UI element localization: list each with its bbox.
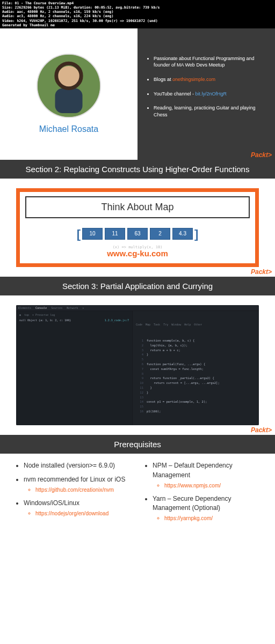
devtools-tab[interactable]: Elements bbox=[18, 306, 31, 309]
array-cell: 2 bbox=[150, 228, 170, 240]
devtools-tab[interactable]: Sources bbox=[51, 306, 62, 309]
author-name: Michael Rosata bbox=[39, 124, 98, 134]
console-filter: top bbox=[24, 313, 29, 316]
console-top-icon: ◉ bbox=[19, 313, 21, 316]
devtools-tab[interactable]: Network bbox=[67, 306, 78, 309]
prereq-link[interactable]: https://www.npmjs.com/ bbox=[164, 482, 261, 490]
prereq-left: Node installed (version>= 6.9.0)nvm reco… bbox=[14, 461, 132, 527]
code-line: 16p1(100); bbox=[136, 409, 256, 414]
code-line: 11 } bbox=[136, 386, 256, 390]
prereq-right: NPM – Default Dependency Managementhttps… bbox=[143, 461, 261, 527]
slide-code: ElementsConsoleSourcesNetwork» ◉ top ▾ P… bbox=[0, 295, 275, 435]
author-link[interactable]: bit.ly/2nOfHgR bbox=[195, 91, 227, 97]
author-link[interactable]: onethingsimple.com bbox=[172, 77, 215, 82]
array-cell: 63 bbox=[127, 228, 148, 240]
prereq-item: Node installed (version>= 6.9.0) bbox=[24, 461, 132, 470]
code-line: 14const p1 = partial(example, 1, 2); bbox=[136, 399, 256, 404]
author-bullet: Blogs at onethingsimple.com bbox=[154, 76, 267, 83]
author-bullet: Reading, learning, practicing Guitar and… bbox=[154, 105, 267, 118]
code-editor: ElementsConsoleSourcesNetwork» ◉ top ▾ P… bbox=[16, 305, 259, 426]
code-panel: Code Map Task Try Window Help Other 1fun… bbox=[133, 311, 259, 426]
code-line: 6function partial(func, ...args) { bbox=[136, 362, 256, 367]
author-bullets: Passionate about Functional Programming … bbox=[138, 28, 275, 160]
prereq-item: nvm recommended for Linux or iOShttps://… bbox=[24, 475, 132, 494]
code-line: 4} bbox=[136, 352, 256, 357]
prereq-link[interactable]: https://nodejs/org/en/download bbox=[35, 510, 132, 518]
console-link[interactable]: 1.2.3_code.js:7 bbox=[105, 319, 129, 322]
think-title: Think About Map bbox=[25, 196, 250, 218]
code-line: 15 bbox=[136, 404, 256, 409]
code-line: 3 return a + b + c; bbox=[136, 348, 256, 353]
author-bullet: YouTube channel - bit.ly/2nOfHgR bbox=[154, 91, 267, 98]
console-line: null Object {a: 1, b: 2, c: 100} 1.2.3_c… bbox=[19, 319, 129, 322]
author-bullet: Passionate about Functional Programming … bbox=[154, 55, 267, 69]
code-line: 1function example(a, b, c) { bbox=[136, 338, 256, 343]
code-line: 10 return current = [...args, ...args2]; bbox=[136, 381, 256, 386]
console-panel: ◉ top ▾ Preserve log null Object {a: 1, … bbox=[16, 311, 133, 426]
devtools-more[interactable]: » bbox=[82, 306, 84, 309]
code-line: 13 bbox=[136, 395, 256, 400]
bracket-right: ] bbox=[194, 228, 199, 241]
code-line: 5 bbox=[136, 357, 256, 362]
prereq-link[interactable]: https://github.com/creationix/nvm bbox=[35, 486, 132, 494]
prereq-item: Yarn – Secure Dependency Management (Opt… bbox=[153, 494, 261, 523]
packt-logo: Packt> bbox=[251, 268, 272, 276]
svg-rect-2 bbox=[55, 88, 82, 113]
prereq-item: Windows/iOS/Linuxhttps://nodejs/org/en/d… bbox=[24, 499, 132, 518]
array-cell: 11 bbox=[105, 228, 125, 240]
array-cell: 4.3 bbox=[172, 228, 193, 240]
slide-author: Michael Rosata Passionate about Function… bbox=[0, 28, 275, 160]
avatar bbox=[37, 54, 101, 118]
orange-box: Think About Map [ 10116324.3 ] (x) => mu… bbox=[16, 188, 259, 267]
author-left: Michael Rosata bbox=[0, 28, 138, 160]
prereq-link[interactable]: https://yarnpkg.com/ bbox=[164, 515, 261, 523]
console-preserve: ▾ Preserve log bbox=[32, 313, 55, 316]
file-info: File: 01 - The Course Overview.mp4 Size:… bbox=[0, 0, 275, 28]
watermark: www.cg-ku.com bbox=[107, 249, 168, 258]
slide-map: Think About Map [ 10116324.3 ] (x) => mu… bbox=[0, 179, 275, 277]
code-line: 8 bbox=[136, 372, 256, 376]
code-line: 9 return function _partial(...args2) { bbox=[136, 376, 256, 381]
code-line: 7 const numOfArgs = func.length; bbox=[136, 367, 256, 372]
devtools-tab[interactable]: Console bbox=[35, 306, 47, 309]
packt-logo: Packt> bbox=[251, 151, 272, 159]
section3-header: Section 3: Partial Application and Curry… bbox=[0, 277, 275, 295]
devtools-tabs: ElementsConsoleSourcesNetwork» bbox=[16, 305, 259, 311]
code-line: 12} bbox=[136, 390, 256, 395]
bracket-left: [ bbox=[76, 228, 81, 241]
code-line: 2 log(this, {a, b, c}); bbox=[136, 343, 256, 348]
array-cell: 10 bbox=[82, 228, 103, 240]
slide-prereq: Node installed (version>= 6.9.0)nvm reco… bbox=[0, 454, 275, 543]
packt-logo: Packt> bbox=[251, 426, 272, 434]
section2-header: Section 2: Replacing Constructs Using Hi… bbox=[0, 160, 275, 179]
prereq-header: Prerequisites bbox=[0, 435, 275, 454]
array-row: [ 10116324.3 ] bbox=[20, 228, 255, 241]
editor-tabs-right: Code Map Task Try Window Help Other bbox=[136, 322, 256, 327]
prereq-item: NPM – Default Dependency Managementhttps… bbox=[153, 461, 261, 490]
